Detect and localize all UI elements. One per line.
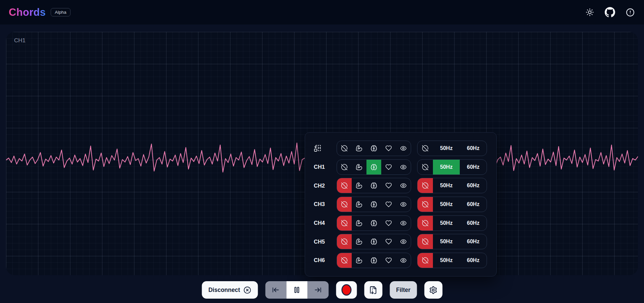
eye-button[interactable] xyxy=(396,234,411,249)
alpha-badge: Alpha xyxy=(51,8,70,16)
logo-wrap: Chords Alpha xyxy=(9,6,70,18)
eye-icon xyxy=(400,164,407,170)
signal-type-group xyxy=(337,159,411,175)
circle-off-icon xyxy=(341,201,348,208)
notch-filter-group: 50Hz60Hz xyxy=(417,197,487,212)
notch-filter-group: 50Hz60Hz xyxy=(417,178,487,193)
muscle-button[interactable] xyxy=(352,234,366,249)
eye-button[interactable] xyxy=(396,253,411,268)
circle-off-icon xyxy=(422,220,429,226)
step-forward-button[interactable] xyxy=(307,281,329,299)
notch-off-button[interactable] xyxy=(417,216,433,231)
apply-all-button[interactable] xyxy=(314,145,321,152)
heart-icon xyxy=(385,182,392,189)
muscle-icon xyxy=(356,220,362,226)
brain-button[interactable] xyxy=(366,178,381,193)
settings-button[interactable] xyxy=(424,281,442,299)
notch-50hz-button[interactable]: 50Hz xyxy=(433,234,460,249)
signal-type-group xyxy=(337,253,411,268)
brain-button[interactable] xyxy=(366,160,381,174)
heart-button[interactable] xyxy=(381,160,396,174)
heart-button[interactable] xyxy=(381,141,396,156)
notch-off-button[interactable] xyxy=(417,141,433,156)
notch-50hz-button[interactable]: 50Hz xyxy=(433,216,460,231)
circle-alert-icon xyxy=(626,8,635,17)
github-link[interactable] xyxy=(605,7,615,17)
circle-off-icon xyxy=(422,238,429,245)
eye-button[interactable] xyxy=(396,178,411,193)
signal-off-button[interactable] xyxy=(337,253,352,268)
heart-button[interactable] xyxy=(381,178,396,193)
circle-off-icon xyxy=(422,145,429,152)
heart-button[interactable] xyxy=(381,253,396,268)
heart-button[interactable] xyxy=(381,197,396,212)
notch-60hz-button[interactable]: 60Hz xyxy=(460,141,487,156)
theme-toggle-button[interactable] xyxy=(586,8,594,16)
notch-60hz-button[interactable]: 60Hz xyxy=(460,234,487,249)
filter-panel: 50Hz60HzCH150Hz60HzCH250Hz60HzCH350Hz60H… xyxy=(305,132,497,276)
notch-filter-group: 50Hz60Hz xyxy=(417,234,487,249)
heart-button[interactable] xyxy=(381,216,396,231)
signal-off-button[interactable] xyxy=(337,234,352,249)
signal-off-button[interactable] xyxy=(337,197,352,212)
eye-button[interactable] xyxy=(396,197,411,212)
pause-button[interactable] xyxy=(286,281,307,299)
muscle-button[interactable] xyxy=(352,253,366,268)
app-logo: Chords xyxy=(9,6,46,18)
brain-button[interactable] xyxy=(366,253,381,268)
eye-icon xyxy=(400,201,407,208)
signal-off-button[interactable] xyxy=(337,216,352,231)
signal-type-group xyxy=(337,197,411,212)
notch-60hz-button[interactable]: 60Hz xyxy=(460,253,487,268)
signal-type-group xyxy=(337,215,411,231)
signal-off-button[interactable] xyxy=(337,178,352,193)
eye-button[interactable] xyxy=(396,160,411,174)
signal-off-button[interactable] xyxy=(337,160,352,174)
brain-icon xyxy=(370,182,377,189)
brain-icon xyxy=(370,238,377,245)
heart-icon xyxy=(385,257,392,264)
save-file-button[interactable] xyxy=(364,281,382,299)
brain-button[interactable] xyxy=(366,216,381,231)
brain-button[interactable] xyxy=(366,141,381,156)
notch-filter-group: 50Hz60Hz xyxy=(417,159,487,175)
record-button[interactable] xyxy=(336,281,357,299)
muscle-button[interactable] xyxy=(352,160,366,174)
notch-50hz-button[interactable]: 50Hz xyxy=(433,178,460,193)
notch-off-button[interactable] xyxy=(417,178,433,193)
muscle-button[interactable] xyxy=(352,216,366,231)
channel-label: CH4 xyxy=(314,220,332,226)
eye-button[interactable] xyxy=(396,216,411,231)
brain-button[interactable] xyxy=(366,197,381,212)
muscle-button[interactable] xyxy=(352,178,366,193)
notch-60hz-button[interactable]: 60Hz xyxy=(460,197,487,212)
filter-button[interactable]: Filter xyxy=(390,281,417,299)
notch-off-button[interactable] xyxy=(417,234,433,249)
info-button[interactable] xyxy=(626,8,635,17)
notch-off-button[interactable] xyxy=(417,253,433,268)
signal-type-group xyxy=(337,178,411,193)
notch-50hz-button[interactable]: 50Hz xyxy=(433,197,460,212)
circle-off-icon xyxy=(422,164,429,170)
notch-off-button[interactable] xyxy=(417,160,433,174)
notch-60hz-button[interactable]: 60Hz xyxy=(460,216,487,231)
brain-icon xyxy=(370,145,377,152)
notch-60hz-button[interactable]: 60Hz xyxy=(460,178,487,193)
notch-50hz-button[interactable]: 50Hz xyxy=(433,160,460,174)
notch-50hz-button[interactable]: 50Hz xyxy=(433,253,460,268)
disconnect-button[interactable]: Disconnect xyxy=(202,281,258,299)
muscle-button[interactable] xyxy=(352,197,366,212)
brain-button[interactable] xyxy=(366,234,381,249)
notch-60hz-button[interactable]: 60Hz xyxy=(460,160,487,174)
circle-off-icon xyxy=(422,257,429,264)
muscle-button[interactable] xyxy=(352,141,366,156)
arrow-right-to-line-icon xyxy=(314,286,322,294)
eye-button[interactable] xyxy=(396,141,411,156)
signal-off-button[interactable] xyxy=(337,141,352,156)
notch-off-button[interactable] xyxy=(417,197,433,212)
heart-icon xyxy=(385,220,392,226)
notch-50hz-button[interactable]: 50Hz xyxy=(433,141,460,156)
heart-button[interactable] xyxy=(381,234,396,249)
step-back-button[interactable] xyxy=(265,281,286,299)
filter-label: Filter xyxy=(396,287,410,294)
